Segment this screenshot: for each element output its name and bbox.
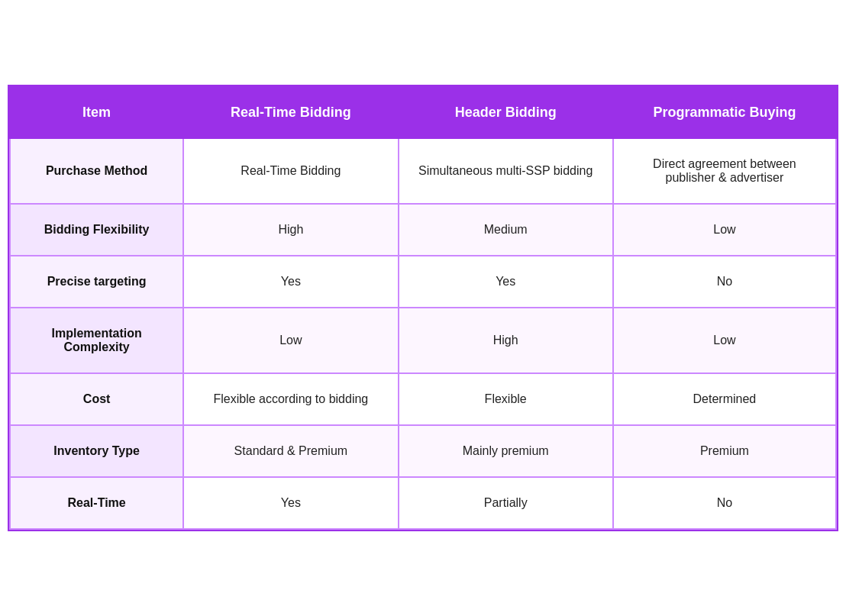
table-row: Inventory TypeStandard & PremiumMainly p…	[10, 425, 836, 477]
cell-rtb: High	[183, 204, 398, 256]
table-row: Real-TimeYesPartiallyNo	[10, 477, 836, 529]
cell-rtb: Low	[183, 308, 398, 373]
cell-item: Cost	[10, 373, 183, 425]
cell-hb: Medium	[399, 204, 613, 256]
cell-pb: No	[613, 256, 836, 308]
table-row: Implementation ComplexityLowHighLow	[10, 308, 836, 373]
cell-rtb: Yes	[183, 477, 398, 529]
header-item: Item	[10, 87, 183, 138]
cell-pb: Low	[613, 308, 836, 373]
cell-pb: No	[613, 477, 836, 529]
cell-rtb: Flexible according to bidding	[183, 373, 398, 425]
header-pb: Programmatic Buying	[613, 87, 836, 138]
header-rtb: Real-Time Bidding	[183, 87, 398, 138]
table-header-row: Item Real-Time Bidding Header Bidding Pr…	[10, 87, 836, 138]
table-row: Precise targetingYesYesNo	[10, 256, 836, 308]
cell-item: Bidding Flexibility	[10, 204, 183, 256]
cell-pb: Direct agreement between publisher & adv…	[613, 138, 836, 204]
table-row: CostFlexible according to biddingFlexibl…	[10, 373, 836, 425]
cell-item: Implementation Complexity	[10, 308, 183, 373]
cell-hb: Yes	[399, 256, 613, 308]
table-row: Purchase MethodReal-Time BiddingSimultan…	[10, 138, 836, 204]
cell-pb: Determined	[613, 373, 836, 425]
cell-rtb: Real-Time Bidding	[183, 138, 398, 204]
cell-hb: High	[399, 308, 613, 373]
cell-rtb: Standard & Premium	[183, 425, 398, 477]
header-hb: Header Bidding	[399, 87, 613, 138]
cell-item: Inventory Type	[10, 425, 183, 477]
cell-rtb: Yes	[183, 256, 398, 308]
cell-hb: Mainly premium	[399, 425, 613, 477]
cell-pb: Low	[613, 204, 836, 256]
comparison-table: Item Real-Time Bidding Header Bidding Pr…	[8, 85, 838, 531]
cell-item: Purchase Method	[10, 138, 183, 204]
cell-hb: Partially	[399, 477, 613, 529]
cell-hb: Simultaneous multi-SSP bidding	[399, 138, 613, 204]
table-row: Bidding FlexibilityHighMediumLow	[10, 204, 836, 256]
cell-item: Precise targeting	[10, 256, 183, 308]
cell-pb: Premium	[613, 425, 836, 477]
cell-item: Real-Time	[10, 477, 183, 529]
cell-hb: Flexible	[399, 373, 613, 425]
